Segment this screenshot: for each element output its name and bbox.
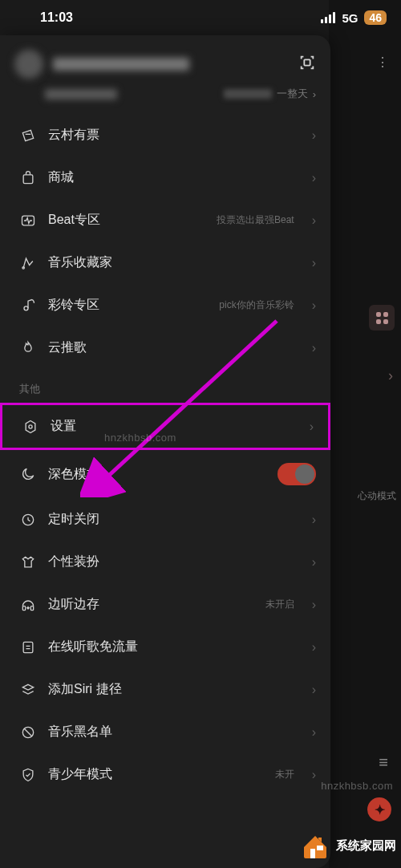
playlist-icon[interactable]: ≡ xyxy=(379,753,388,772)
mode-pill[interactable]: 心动模式 xyxy=(358,489,396,503)
chevron-right-icon: › xyxy=(310,420,314,434)
sim-icon xyxy=(19,639,37,655)
ringtone-icon xyxy=(19,298,37,314)
bag-icon xyxy=(19,170,37,186)
chevron-right-icon: › xyxy=(313,88,316,100)
chevron-right-icon: › xyxy=(312,256,316,270)
menu-item-teenmode[interactable]: 青少年模式 未开 › xyxy=(0,753,330,796)
chevron-right-icon: › xyxy=(312,128,316,143)
menu-item-skin[interactable]: 个性装扮 › xyxy=(0,541,330,583)
menu-item-label: 音乐收藏家 xyxy=(48,254,112,271)
pulse-icon xyxy=(19,213,37,229)
menu-item-darkmode[interactable]: 深色模式 xyxy=(0,450,330,498)
menu-item-label: 深色模式 xyxy=(48,466,99,483)
svg-rect-13 xyxy=(317,846,323,850)
menu-item-timer[interactable]: 定时关闭 › xyxy=(0,498,330,541)
menu-item-label: 商城 xyxy=(48,169,74,186)
menu-item-listencache[interactable]: 边听边存 未开启 › xyxy=(0,583,330,626)
chevron-right-icon: › xyxy=(312,555,316,570)
ticket-icon xyxy=(19,128,37,144)
menu-item-hint: 投票选出最强Beat xyxy=(217,213,294,227)
flame-icon xyxy=(19,340,37,356)
sub-left-blurred xyxy=(45,89,117,99)
sub-right-text: 一整天 xyxy=(277,87,308,101)
chevron-right-icon: › xyxy=(312,213,316,228)
gear-hex-icon xyxy=(22,419,39,435)
menu-item-hint: 未开启 xyxy=(265,598,294,611)
user-avatar-icon xyxy=(14,50,43,79)
scan-icon[interactable] xyxy=(298,54,316,75)
menu-item-label: 添加Siri 捷径 xyxy=(48,681,122,698)
menu-item-label: 音乐黑名单 xyxy=(48,724,112,740)
menu-item-label: 设置 xyxy=(51,418,76,435)
chevron-right-icon: › xyxy=(312,683,316,697)
menu-item-label: 在线听歌免流量 xyxy=(48,639,138,655)
headphones-down-icon xyxy=(19,597,37,613)
layers-icon xyxy=(19,682,37,698)
chevron-right-icon: › xyxy=(388,367,393,384)
status-time: 11:03 xyxy=(40,10,73,25)
svg-rect-8 xyxy=(30,606,33,610)
menu-item-settings[interactable]: 设置 › xyxy=(0,403,330,450)
user-name-blurred xyxy=(53,58,189,71)
background-screen: ⋮ › 心动模式 ≡ ✦ xyxy=(329,0,401,868)
svg-rect-0 xyxy=(304,59,310,65)
house-icon xyxy=(299,829,331,862)
menu-item-label: 边听边存 xyxy=(48,596,99,613)
user-avatar[interactable]: ✦ xyxy=(367,797,391,821)
collect-icon xyxy=(19,255,37,271)
menu-item-collector[interactable]: 音乐收藏家 › xyxy=(0,241,330,284)
chevron-right-icon: › xyxy=(312,768,316,782)
menu-item-hint: 未开 xyxy=(275,768,294,781)
chevron-right-icon: › xyxy=(312,513,316,527)
svg-point-4 xyxy=(24,306,28,310)
site-logo: 系统家园网 xyxy=(299,829,396,862)
signal-icon xyxy=(321,12,335,23)
menu-item-blacklist[interactable]: 音乐黑名单 › xyxy=(0,711,330,753)
status-network: 5G xyxy=(342,11,358,25)
menu-item-ticket[interactable]: 云村有票 › xyxy=(0,114,330,156)
menu-item-beat[interactable]: Beat专区 投票选出最强Beat › xyxy=(0,199,330,241)
svg-point-3 xyxy=(22,266,25,269)
sub-mid-blurred xyxy=(224,89,272,99)
chevron-right-icon: › xyxy=(312,341,316,355)
svg-rect-9 xyxy=(23,642,33,652)
svg-point-5 xyxy=(29,424,32,428)
menu-item-datafree[interactable]: 在线听歌免流量 › xyxy=(0,626,330,668)
status-battery: 46 xyxy=(364,10,387,25)
shield-icon xyxy=(19,767,37,783)
menu-item-label: 定时关闭 xyxy=(48,511,99,528)
drawer-header[interactable] xyxy=(0,40,330,83)
side-drawer: 一整天 › 云村有票 › 商城 › Beat专区 投票选出最强Beat › 音乐… xyxy=(0,35,330,868)
svg-rect-12 xyxy=(310,849,315,858)
menu-item-label: 青少年模式 xyxy=(48,766,112,783)
menu-item-promote[interactable]: 云推歌 › xyxy=(0,327,330,369)
ban-icon xyxy=(19,724,37,740)
chevron-right-icon: › xyxy=(312,598,316,612)
darkmode-toggle[interactable] xyxy=(277,463,316,485)
kebab-icon[interactable]: ⋮ xyxy=(376,55,390,70)
menu-item-siri[interactable]: 添加Siri 捷径 › xyxy=(0,668,330,711)
menu-item-label: 个性装扮 xyxy=(48,554,99,570)
menu-item-ringtone[interactable]: 彩铃专区 pick你的音乐彩铃 › xyxy=(0,284,330,327)
shirt-icon xyxy=(19,554,37,570)
svg-rect-7 xyxy=(22,606,25,610)
layout-grid-button[interactable] xyxy=(369,305,395,331)
chevron-right-icon: › xyxy=(312,298,316,313)
chevron-right-icon: › xyxy=(312,725,316,740)
menu-item-label: 云推歌 xyxy=(48,339,87,356)
section-other-label: 其他 xyxy=(0,369,330,403)
clock-icon xyxy=(19,512,37,528)
svg-rect-1 xyxy=(23,174,33,183)
chevron-right-icon: › xyxy=(312,171,316,185)
status-bar: 11:03 5G 46 xyxy=(0,0,401,35)
moon-icon xyxy=(19,466,37,482)
logo-text: 系统家园网 xyxy=(336,838,396,854)
menu-item-label: 彩铃专区 xyxy=(48,297,99,314)
menu-item-store[interactable]: 商城 › xyxy=(0,156,330,199)
menu-item-label: 云村有票 xyxy=(48,127,99,144)
chevron-right-icon: › xyxy=(312,640,316,655)
drawer-subheader[interactable]: 一整天 › xyxy=(0,83,330,114)
menu-item-label: Beat专区 xyxy=(48,212,100,229)
menu-item-hint: pick你的音乐彩铃 xyxy=(219,298,294,312)
